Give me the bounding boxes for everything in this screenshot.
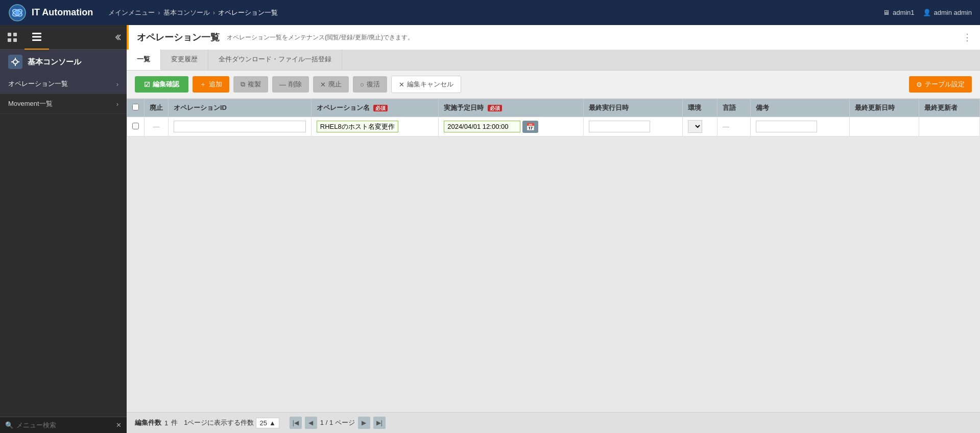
row-id-input[interactable]: [174, 121, 306, 132]
col-memo: 備考: [750, 99, 849, 117]
circle-icon: ○: [360, 81, 364, 88]
row-lang-cell: —: [717, 117, 750, 136]
content-area: オペレーション一覧 オペレーション一覧をメンテナンス(閲覧/登録/更新/廃止)で…: [127, 25, 980, 433]
header-left: IT Automation メインメニュー › 基本コンソール › オペレーショ…: [8, 4, 278, 22]
row-checkbox[interactable]: [132, 123, 139, 129]
col-id: オペレーションID: [169, 99, 312, 117]
sidebar-top-icons: [0, 25, 127, 50]
row-name-input[interactable]: [317, 121, 398, 132]
monitor-icon: 🖥: [883, 9, 890, 16]
search-input[interactable]: [16, 421, 113, 429]
svg-rect-10: [32, 39, 41, 41]
svg-point-11: [13, 60, 17, 64]
page-info: 1 / 1 ページ: [320, 418, 355, 427]
sidebar-collapse-btn[interactable]: [108, 25, 127, 50]
sidebar: 基本コンソール オペレーション一覧 › Movement一覧 › 🔍 ✕: [0, 25, 127, 433]
search-clear-icon[interactable]: ✕: [116, 421, 122, 429]
required-badge-scheduled: 必須: [488, 105, 502, 111]
svg-rect-4: [8, 33, 11, 36]
sidebar-item-operations[interactable]: オペレーション一覧 ›: [0, 74, 127, 94]
pagination-controls: |◀ ◀ 1 / 1 ページ ▶ ▶|: [290, 417, 386, 429]
x-icon: ✕: [320, 81, 326, 88]
row-env-select[interactable]: [688, 120, 702, 133]
per-page-value[interactable]: 25 ▲: [256, 418, 279, 428]
svg-rect-8: [32, 33, 41, 34]
col-name: オペレーション名 必須: [311, 99, 438, 117]
app-logo-icon: [8, 4, 27, 22]
sidebar-module-icon: [8, 55, 22, 69]
plus-icon: ＋: [200, 80, 206, 89]
breadcrumb-item-console: 基本コンソール: [163, 8, 210, 17]
cancel-edit-button[interactable]: ✕ 編集キャンセル: [391, 76, 461, 93]
app-title: IT Automation: [32, 7, 93, 18]
footer: 編集件数 1 件 1ページに表示する件数 25 ▲ |◀ ◀ 1 / 1 ページ…: [127, 412, 980, 433]
breadcrumb: メインメニュー › 基本コンソール › オペレーション一覧: [108, 8, 278, 17]
header-monitor-user: 🖥 admin1: [883, 9, 915, 16]
next-page-button[interactable]: ▶: [358, 417, 370, 429]
chevron-right-icon-2: ›: [116, 100, 118, 108]
gear-icon: ⚙: [916, 81, 922, 88]
sidebar-list-icon-btn[interactable]: [25, 25, 49, 50]
add-button[interactable]: ＋ 追加: [193, 76, 229, 93]
sidebar-search: 🔍 ✕: [0, 417, 127, 433]
discard-button[interactable]: ✕ 廃止: [313, 76, 349, 93]
row-name-cell: [311, 117, 438, 136]
header-admin-user: 👤 admin admin: [923, 9, 972, 16]
last-page-button[interactable]: ▶|: [373, 417, 386, 429]
operations-table: 廃止 オペレーションID オペレーション名 必須 実施予定日時 必須 最終実行日…: [127, 99, 980, 136]
table-header-row: 廃止 オペレーションID オペレーション名 必須 実施予定日時 必須 最終実行日…: [127, 99, 980, 117]
row-discard-cell: —: [145, 117, 169, 136]
chevron-right-icon: ›: [116, 80, 118, 88]
calendar-button[interactable]: 📅: [522, 121, 538, 133]
table-container: 廃止 オペレーションID オペレーション名 必須 実施予定日時 必須 最終実行日…: [127, 99, 980, 412]
search-icon: 🔍: [5, 421, 13, 429]
confirm-edit-button[interactable]: ☑ 編集確認: [135, 76, 188, 93]
col-env: 環境: [683, 99, 718, 117]
row-scheduled-cell: 📅: [439, 117, 584, 136]
table-settings-button[interactable]: ⚙ テーブル設定: [909, 76, 972, 93]
delete-button[interactable]: — 削除: [272, 76, 309, 93]
prev-page-button[interactable]: ◀: [305, 417, 317, 429]
dash-icon: —: [153, 123, 160, 130]
svg-rect-6: [8, 38, 11, 42]
top-header: IT Automation メインメニュー › 基本コンソール › オペレーショ…: [0, 0, 980, 25]
col-scheduled: 実施予定日時 必須: [439, 99, 584, 117]
row-memo-cell: [750, 117, 849, 136]
sidebar-item-movements[interactable]: Movement一覧 ›: [0, 94, 127, 114]
tabs-bar: 一覧 変更履歴 全件ダウンロード・ファイル一括登録: [127, 50, 980, 71]
page-menu-btn[interactable]: ⋮: [963, 32, 972, 43]
row-scheduled-input[interactable]: [444, 121, 520, 132]
col-last-run: 最終実行日時: [584, 99, 683, 117]
footer-edit-count: 編集件数 1 件: [135, 418, 178, 427]
main-layout: 基本コンソール オペレーション一覧 › Movement一覧 › 🔍 ✕ オペレ…: [0, 25, 980, 433]
select-all-checkbox[interactable]: [132, 104, 139, 110]
lang-dash: —: [723, 123, 729, 130]
row-last-updated-cell: [849, 117, 919, 136]
breadcrumb-item-current: オペレーション一覧: [218, 8, 278, 17]
row-memo-input[interactable]: [756, 121, 817, 132]
col-lang: 言語: [717, 99, 750, 117]
table-row: — 📅: [127, 117, 980, 136]
tab-download[interactable]: 全件ダウンロード・ファイル一括登録: [208, 50, 342, 70]
row-lastrun-input[interactable]: [589, 121, 650, 132]
restore-button[interactable]: ○ 復活: [353, 76, 387, 93]
toolbar: ☑ 編集確認 ＋ 追加 ⧉ 複製 — 削除 ✕ 廃止 ○ 復活: [127, 71, 980, 99]
copy-icon: ⧉: [241, 80, 245, 88]
col-discard: 廃止: [145, 99, 169, 117]
sidebar-grid-icon-btn[interactable]: [0, 25, 25, 50]
col-last-updater: 最終更新者: [919, 99, 980, 117]
svg-point-3: [15, 11, 19, 15]
copy-button[interactable]: ⧉ 複製: [233, 76, 268, 93]
minus-icon: —: [279, 81, 286, 88]
chevron-up-icon: ▲: [269, 419, 276, 427]
cancel-x-icon: ✕: [399, 81, 404, 88]
tab-history[interactable]: 変更履歴: [161, 50, 208, 70]
page-header: オペレーション一覧 オペレーション一覧をメンテナンス(閲覧/登録/更新/廃止)で…: [127, 25, 980, 50]
svg-rect-9: [32, 36, 41, 37]
svg-rect-7: [13, 38, 17, 42]
sidebar-nav: オペレーション一覧 › Movement一覧 ›: [0, 74, 127, 417]
breadcrumb-item-main: メインメニュー: [108, 8, 155, 17]
row-id-cell: [169, 117, 312, 136]
first-page-button[interactable]: |◀: [290, 417, 302, 429]
tab-list[interactable]: 一覧: [127, 50, 161, 70]
